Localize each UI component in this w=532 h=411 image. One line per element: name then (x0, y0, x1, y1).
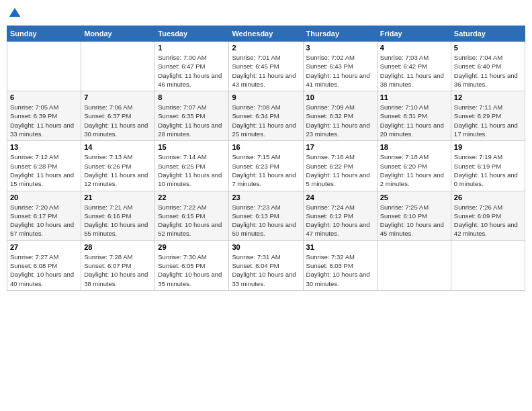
header-saturday: Saturday (451, 26, 525, 42)
day-number: 22 (158, 193, 226, 201)
calendar-week-2: 13Sunrise: 7:12 AMSunset: 6:28 PMDayligh… (7, 141, 525, 191)
day-number: 24 (306, 193, 374, 201)
calendar-cell: 28Sunrise: 7:28 AMSunset: 6:07 PMDayligh… (81, 240, 155, 290)
day-info: Sunrise: 7:19 AMSunset: 6:19 PMDaylight:… (454, 152, 522, 188)
day-number: 10 (306, 93, 374, 101)
day-info: Sunrise: 7:22 AMSunset: 6:15 PMDaylight:… (158, 203, 226, 238)
day-number: 25 (380, 193, 448, 201)
calendar-body: 1Sunrise: 7:00 AMSunset: 6:47 PMDaylight… (7, 42, 525, 291)
calendar-cell: 4Sunrise: 7:03 AMSunset: 6:42 PMDaylight… (377, 42, 451, 91)
header-thursday: Thursday (303, 26, 377, 42)
day-number: 7 (84, 93, 152, 101)
day-number: 6 (10, 93, 78, 101)
day-number: 11 (380, 93, 448, 101)
calendar-cell (451, 240, 525, 290)
day-number: 26 (454, 193, 522, 201)
logo-icon (8, 7, 21, 20)
day-info: Sunrise: 7:11 AMSunset: 6:29 PMDaylight:… (454, 103, 522, 138)
day-number: 19 (454, 143, 522, 151)
day-number: 3 (306, 44, 374, 52)
calendar-cell: 9Sunrise: 7:08 AMSunset: 6:34 PMDaylight… (229, 91, 303, 141)
day-number: 23 (232, 193, 300, 201)
calendar-week-4: 27Sunrise: 7:27 AMSunset: 6:08 PMDayligh… (7, 240, 525, 290)
calendar-cell: 13Sunrise: 7:12 AMSunset: 6:28 PMDayligh… (7, 141, 81, 191)
day-info: Sunrise: 7:21 AMSunset: 6:16 PMDaylight:… (84, 203, 152, 238)
calendar-header-row: SundayMondayTuesdayWednesdayThursdayFrid… (7, 26, 525, 42)
calendar-cell: 2Sunrise: 7:01 AMSunset: 6:45 PMDaylight… (229, 42, 303, 91)
day-info: Sunrise: 7:12 AMSunset: 6:28 PMDaylight:… (10, 152, 78, 188)
calendar-cell: 27Sunrise: 7:27 AMSunset: 6:08 PMDayligh… (7, 240, 81, 290)
day-number: 2 (232, 44, 300, 52)
day-info: Sunrise: 7:06 AMSunset: 6:37 PMDaylight:… (84, 103, 152, 138)
calendar-week-1: 6Sunrise: 7:05 AMSunset: 6:39 PMDaylight… (7, 91, 525, 141)
day-number: 13 (10, 143, 78, 151)
svg-marker-0 (9, 8, 21, 17)
day-info: Sunrise: 7:02 AMSunset: 6:43 PMDaylight:… (306, 53, 374, 89)
calendar-cell: 25Sunrise: 7:25 AMSunset: 6:10 PMDayligh… (377, 191, 451, 240)
header-sunday: Sunday (7, 26, 81, 42)
day-number: 21 (84, 193, 152, 201)
calendar-cell: 29Sunrise: 7:30 AMSunset: 6:05 PMDayligh… (155, 240, 229, 290)
calendar-cell: 17Sunrise: 7:16 AMSunset: 6:22 PMDayligh… (303, 141, 377, 191)
day-info: Sunrise: 7:26 AMSunset: 6:09 PMDaylight:… (454, 203, 522, 238)
day-info: Sunrise: 7:03 AMSunset: 6:42 PMDaylight:… (380, 53, 448, 89)
day-number: 16 (232, 143, 300, 151)
day-info: Sunrise: 7:00 AMSunset: 6:47 PMDaylight:… (158, 53, 226, 89)
day-number: 12 (454, 93, 522, 101)
day-info: Sunrise: 7:16 AMSunset: 6:22 PMDaylight:… (306, 152, 374, 188)
day-info: Sunrise: 7:04 AMSunset: 6:40 PMDaylight:… (454, 53, 522, 89)
day-info: Sunrise: 7:01 AMSunset: 6:45 PMDaylight:… (232, 53, 300, 89)
day-number: 8 (158, 93, 226, 101)
day-info: Sunrise: 7:14 AMSunset: 6:25 PMDaylight:… (158, 152, 226, 188)
logo (7, 7, 21, 20)
calendar-cell: 21Sunrise: 7:21 AMSunset: 6:16 PMDayligh… (81, 191, 155, 240)
header-friday: Friday (377, 26, 451, 42)
day-info: Sunrise: 7:31 AMSunset: 6:04 PMDaylight:… (232, 253, 300, 288)
day-info: Sunrise: 7:07 AMSunset: 6:35 PMDaylight:… (158, 103, 226, 138)
calendar-cell: 12Sunrise: 7:11 AMSunset: 6:29 PMDayligh… (451, 91, 525, 141)
calendar-cell: 15Sunrise: 7:14 AMSunset: 6:25 PMDayligh… (155, 141, 229, 191)
day-info: Sunrise: 7:08 AMSunset: 6:34 PMDaylight:… (232, 103, 300, 138)
header-wednesday: Wednesday (229, 26, 303, 42)
day-number: 4 (380, 44, 448, 52)
calendar-cell (81, 42, 155, 91)
day-number: 31 (306, 243, 374, 251)
day-number: 5 (454, 44, 522, 52)
day-info: Sunrise: 7:09 AMSunset: 6:32 PMDaylight:… (306, 103, 374, 138)
day-number: 1 (158, 44, 226, 52)
day-number: 28 (84, 243, 152, 251)
header-tuesday: Tuesday (155, 26, 229, 42)
calendar-cell: 19Sunrise: 7:19 AMSunset: 6:19 PMDayligh… (451, 141, 525, 191)
day-info: Sunrise: 7:15 AMSunset: 6:23 PMDaylight:… (232, 152, 300, 188)
day-info: Sunrise: 7:27 AMSunset: 6:08 PMDaylight:… (10, 253, 78, 288)
calendar-cell: 7Sunrise: 7:06 AMSunset: 6:37 PMDaylight… (81, 91, 155, 141)
calendar-cell (377, 240, 451, 290)
day-number: 27 (10, 243, 78, 251)
calendar-cell (7, 42, 81, 91)
day-info: Sunrise: 7:18 AMSunset: 6:20 PMDaylight:… (380, 152, 448, 188)
calendar-cell: 6Sunrise: 7:05 AMSunset: 6:39 PMDaylight… (7, 91, 81, 141)
calendar-cell: 1Sunrise: 7:00 AMSunset: 6:47 PMDaylight… (155, 42, 229, 91)
day-number: 18 (380, 143, 448, 151)
day-number: 30 (232, 243, 300, 251)
header-monday: Monday (81, 26, 155, 42)
day-info: Sunrise: 7:13 AMSunset: 6:26 PMDaylight:… (84, 152, 152, 188)
calendar-cell: 14Sunrise: 7:13 AMSunset: 6:26 PMDayligh… (81, 141, 155, 191)
day-number: 29 (158, 243, 226, 251)
day-number: 15 (158, 143, 226, 151)
day-number: 9 (232, 93, 300, 101)
calendar-week-3: 20Sunrise: 7:20 AMSunset: 6:17 PMDayligh… (7, 191, 525, 240)
day-number: 14 (84, 143, 152, 151)
calendar-cell: 24Sunrise: 7:24 AMSunset: 6:12 PMDayligh… (303, 191, 377, 240)
calendar-cell: 16Sunrise: 7:15 AMSunset: 6:23 PMDayligh… (229, 141, 303, 191)
day-info: Sunrise: 7:25 AMSunset: 6:10 PMDaylight:… (380, 203, 448, 238)
day-info: Sunrise: 7:23 AMSunset: 6:13 PMDaylight:… (232, 203, 300, 238)
calendar-week-0: 1Sunrise: 7:00 AMSunset: 6:47 PMDaylight… (7, 42, 525, 91)
calendar-cell: 20Sunrise: 7:20 AMSunset: 6:17 PMDayligh… (7, 191, 81, 240)
calendar-cell: 11Sunrise: 7:10 AMSunset: 6:31 PMDayligh… (377, 91, 451, 141)
calendar-cell: 26Sunrise: 7:26 AMSunset: 6:09 PMDayligh… (451, 191, 525, 240)
day-info: Sunrise: 7:28 AMSunset: 6:07 PMDaylight:… (84, 253, 152, 288)
day-info: Sunrise: 7:10 AMSunset: 6:31 PMDaylight:… (380, 103, 448, 138)
day-info: Sunrise: 7:05 AMSunset: 6:39 PMDaylight:… (10, 103, 78, 138)
day-info: Sunrise: 7:24 AMSunset: 6:12 PMDaylight:… (306, 203, 374, 238)
